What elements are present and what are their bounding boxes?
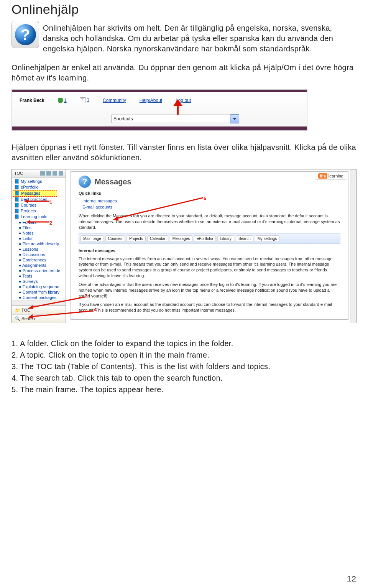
quick-link-internal-messages[interactable]: Internal messages (82, 199, 117, 203)
toc-item[interactable]: ● Assignments (13, 263, 65, 268)
toc-item[interactable]: ● Picture with descrip (13, 241, 65, 246)
content-tab[interactable]: Messages (170, 235, 193, 242)
body-text: When clicking the Messages tab you are d… (79, 213, 340, 230)
legend: 1. A folder. Click on the folder to expa… (12, 338, 356, 395)
toc-panel: TOC 📘 My settings📘 ePortfolio📘 Messages📘… (12, 169, 66, 323)
annotation-number: 4 (94, 307, 97, 312)
tabstrip: Main pageCoursesProjectsCalendarMessages… (79, 233, 340, 244)
content-tab[interactable]: Calendar (147, 235, 168, 242)
legend-item: 3. The TOC tab (Table of Contents). This… (12, 361, 356, 372)
toc-item[interactable]: ● Explaining sequenc (13, 284, 65, 289)
toc-item[interactable]: ● Links (13, 236, 65, 241)
toc-item[interactable]: ● Notes (13, 230, 65, 236)
toc-tool-icon[interactable] (53, 171, 57, 176)
quick-links-label: Quick links (79, 191, 340, 195)
quick-link-email-accounts[interactable]: E-mail accounts (82, 205, 112, 209)
toc-tool-icon[interactable] (59, 171, 63, 176)
toc-item[interactable]: 📘 Messages (13, 190, 57, 197)
toc-header-label: TOC (14, 171, 23, 176)
toc-item[interactable]: 📘 Projects (13, 208, 65, 214)
help-topic-icon: ? (79, 176, 91, 188)
user-name: Frank Beck (20, 98, 44, 103)
svg-marker-2 (233, 118, 237, 120)
toc-item[interactable]: 📘 Learning tools (13, 214, 65, 220)
toc-item[interactable]: ● Discussions (13, 252, 65, 257)
toc-tool-icon[interactable] (46, 171, 51, 176)
annotation-number: 3 (85, 293, 87, 299)
toc-item[interactable]: ● Folders (13, 220, 65, 225)
page-title: Onlinehjälp (12, 2, 356, 17)
intro-paragraph-1: Onlinehjälpen har skrivits om helt. Den … (43, 23, 356, 54)
toc-list[interactable]: 📘 My settings📘 ePortfolio📘 Messages📘 Bes… (12, 177, 66, 301)
annotation-number: 1 (49, 199, 52, 205)
content-tab[interactable]: ePortfolio (194, 235, 215, 242)
toc-tool-icon[interactable] (40, 171, 45, 176)
toc-item[interactable]: ● Content packages (13, 295, 65, 300)
shortcuts-input[interactable] (112, 115, 230, 123)
paragraph-3: Hjälpen öppnas i ett nytt fönster. Till … (12, 142, 356, 163)
community-link[interactable]: Community (103, 98, 126, 103)
toc-item[interactable]: 📘 Best practices (13, 197, 65, 202)
help-about-link[interactable]: Help/About (140, 98, 162, 103)
annotation-number: 2 (49, 220, 52, 226)
toc-tab[interactable]: 📁 TOC (12, 306, 66, 314)
notif-mail[interactable]: 1 (80, 97, 89, 103)
vertical-scrollbar[interactable] (350, 169, 356, 323)
intro-paragraph-2: Onlinehjälpen är enkel att använda. Du ö… (12, 62, 356, 83)
body-text: If you have chosen an e-mail account as … (79, 302, 340, 313)
toc-item[interactable]: ● Surveys (13, 279, 65, 284)
logout-link[interactable]: Log out (176, 98, 191, 103)
toc-item[interactable]: ● Process-oriented de (13, 268, 65, 273)
shortcuts-dropdown-button[interactable] (230, 114, 239, 123)
topbar-screenshot: Frank Beck 1 1 Community Help/About Log … (12, 89, 307, 131)
help-icon: ? (12, 21, 39, 48)
content-tab[interactable]: My settings (255, 235, 280, 242)
body-text: The internal message system differs from… (79, 256, 340, 279)
search-tab[interactable]: 🔍 Search (12, 314, 66, 323)
toc-item[interactable]: ● Files (13, 225, 65, 230)
messages-heading: Messages (95, 177, 131, 186)
toc-item[interactable]: ● Tests (13, 273, 65, 279)
section-heading: Internal messages (79, 248, 340, 253)
content-tab[interactable]: Projects (127, 235, 146, 242)
toc-item[interactable]: ● Lessons (13, 246, 65, 252)
content-tab[interactable]: Main page (80, 235, 104, 242)
body-text: One of the advantages is that the users … (79, 282, 340, 299)
toc-item[interactable]: 📘 ePortfolio (13, 184, 65, 190)
toc-item[interactable]: 📘 My settings (13, 179, 65, 184)
legend-item: 1. A folder. Click on the folder to expa… (12, 338, 356, 349)
annotation-number: 5 (204, 195, 206, 201)
content-panel: it's learning ? Messages Quick links Int… (66, 169, 356, 323)
legend-item: 2. A topic. Click on the topic to open i… (12, 350, 356, 360)
help-window-screenshot: TOC 📘 My settings📘 ePortfolio📘 Messages📘… (12, 169, 356, 323)
legend-item: 4. The search tab. Click this tab to ope… (12, 373, 356, 383)
toc-item[interactable]: ● Conferences (13, 257, 65, 263)
person-icon (58, 98, 63, 103)
content-tab[interactable]: Search (236, 235, 253, 242)
horizontal-scroll-placeholder[interactable] (12, 301, 66, 305)
mail-icon (80, 97, 85, 103)
toc-item[interactable]: ● Content from library (13, 289, 65, 295)
content-tab[interactable]: Library (217, 235, 235, 242)
content-tab[interactable]: Courses (105, 235, 125, 242)
legend-item: 5. The main frame. The topics appear her… (12, 384, 356, 395)
notif1[interactable]: 1 (58, 98, 67, 103)
toc-item[interactable]: 📘 Courses (13, 202, 65, 208)
